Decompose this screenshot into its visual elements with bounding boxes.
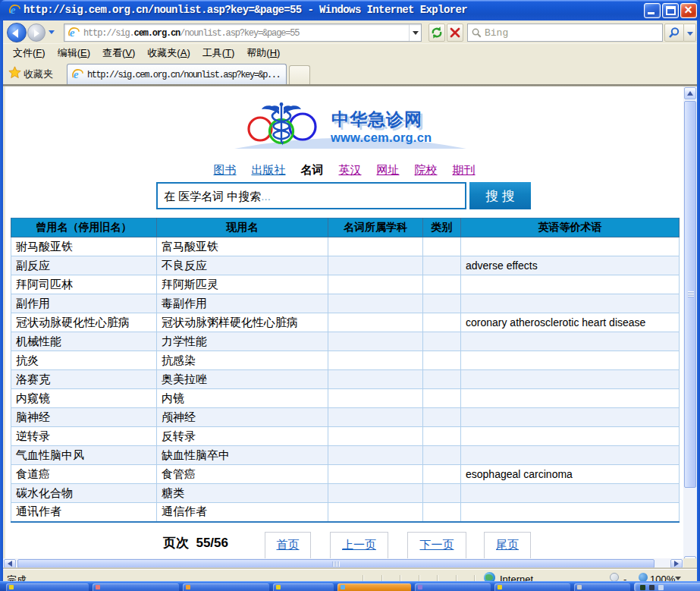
nav-期刊[interactable]: 期刊 <box>453 163 476 176</box>
table-row: 副反应不良反应adverse effects <box>11 256 680 275</box>
favorites-button[interactable]: 收藏夹 <box>24 68 53 81</box>
table-cell: 力学性能 <box>157 332 328 351</box>
table-cell <box>423 370 461 389</box>
search-icon <box>471 27 482 39</box>
table-cell <box>423 446 461 465</box>
menu-查看V[interactable]: 查看(V) <box>102 46 135 60</box>
nav-出版社[interactable]: 出版社 <box>252 163 286 176</box>
windows-taskbar[interactable] <box>0 581 700 591</box>
search-placeholder: Bing <box>485 27 508 39</box>
system-tray <box>634 583 700 591</box>
horizontal-scroll-thumb[interactable] <box>17 559 654 568</box>
table-cell: 颅神经 <box>157 408 328 427</box>
stop-button[interactable] <box>447 24 463 42</box>
nav-名词[interactable]: 名词 <box>301 163 324 176</box>
menu-收藏夹A[interactable]: 收藏夹(A) <box>147 46 190 60</box>
pager-link-下一页[interactable]: 下一页 <box>420 538 454 552</box>
tray-icon <box>640 585 645 590</box>
address-bar[interactable]: e http://sig.cem.org.cn/nounlist.asp?key… <box>64 24 422 42</box>
taskbar-button[interactable] <box>183 583 269 591</box>
table-cell <box>328 427 423 446</box>
nav-网址[interactable]: 网址 <box>377 163 400 176</box>
table-row: 内窥镜内镜 <box>11 389 680 408</box>
taskbar-button[interactable] <box>6 583 89 591</box>
maximize-button[interactable] <box>662 3 679 18</box>
pager-box: 首页 <box>265 532 311 558</box>
pager-link-尾页[interactable]: 尾页 <box>496 538 519 552</box>
close-button[interactable]: × <box>680 3 697 18</box>
scroll-up-button[interactable] <box>684 87 696 99</box>
vertical-scroll-thumb[interactable] <box>684 101 696 488</box>
taskbar-app-icon <box>96 585 100 589</box>
table-cell: 冠状动脉硬化性心脏病 <box>11 313 157 332</box>
taskbar-button[interactable] <box>494 583 570 591</box>
menu-编辑E[interactable]: 编辑(E) <box>58 46 90 60</box>
search-box[interactable]: Bing <box>467 24 663 42</box>
table-cell <box>423 351 461 370</box>
table-row: 副作用毒副作用 <box>11 294 680 313</box>
status-bar: 完成 Internet - 100% <box>3 569 697 581</box>
search-go-button[interactable] <box>664 24 684 42</box>
vertical-scrollbar[interactable] <box>683 86 697 569</box>
new-tab-stub[interactable] <box>289 65 310 84</box>
search-go-icon <box>668 27 680 39</box>
zoom-level[interactable]: 100% <box>650 574 675 581</box>
back-button[interactable] <box>7 23 27 42</box>
table-cell: 气血性脑中风 <box>11 446 157 465</box>
col-header: 英语等价术语 <box>461 218 680 237</box>
taskbar-app-icon <box>577 585 582 589</box>
active-tab[interactable]: e http://sig.cem.org.cn/nounlist.asp?key… <box>67 64 287 84</box>
table-cell: 驸马酸亚铁 <box>11 237 157 256</box>
nav-院校[interactable]: 院校 <box>415 163 438 176</box>
table-cell: 糖类 <box>157 484 328 503</box>
table-cell: 反转录 <box>157 427 328 446</box>
forward-button[interactable] <box>27 24 46 42</box>
table-cell <box>328 237 423 256</box>
statusbar-divider <box>363 575 364 581</box>
window-title: http://sig.cem.org.cn/nounlist.asp?key=&… <box>24 4 467 16</box>
table-cell: 洛赛克 <box>11 370 157 389</box>
recent-pages-dropdown[interactable] <box>49 30 55 37</box>
nav-图书[interactable]: 图书 <box>214 163 237 176</box>
scroll-left-button[interactable] <box>4 559 16 568</box>
tab-favicon: e <box>71 68 84 81</box>
taskbar-button[interactable] <box>415 583 491 591</box>
scroll-right-button[interactable] <box>670 559 683 568</box>
taskbar-button-active[interactable] <box>337 583 411 591</box>
taskbar-button[interactable] <box>574 583 630 591</box>
pagination: 页次 55/56 首页上一页下一页尾页 <box>5 532 683 558</box>
taskbar-button[interactable] <box>273 583 334 591</box>
back-arrow-icon <box>12 29 18 38</box>
statusbar-divider <box>419 575 420 581</box>
table-cell <box>461 237 680 256</box>
site-search-input[interactable]: 在 医学名词 中搜索... <box>156 182 466 209</box>
table-cell: coronary atherosclerotic heart disease <box>461 313 680 332</box>
pager-link-首页[interactable]: 首页 <box>277 538 300 552</box>
search-options-dropdown[interactable] <box>684 24 696 42</box>
table-cell <box>423 256 461 275</box>
table-cell: 脑神经 <box>11 408 157 427</box>
menu-文件F[interactable]: 文件(F) <box>13 46 46 60</box>
menu-帮助H[interactable]: 帮助(H) <box>246 46 280 60</box>
menu-工具T[interactable]: 工具(T) <box>202 46 235 60</box>
pager-box: 上一页 <box>330 532 388 558</box>
nav-英汉[interactable]: 英汉 <box>339 163 362 176</box>
pager-link-上一页[interactable]: 上一页 <box>342 538 376 552</box>
taskbar-button[interactable] <box>93 583 179 591</box>
address-dropdown[interactable] <box>409 24 421 41</box>
minimize-button[interactable] <box>644 3 661 18</box>
table-cell <box>423 465 461 484</box>
favorites-star-icon[interactable] <box>8 66 21 79</box>
table-row: 驸马酸亚铁富马酸亚铁 <box>11 237 680 256</box>
svg-text:e: e <box>11 4 16 16</box>
dropdown-arrow-icon <box>413 31 419 38</box>
refresh-button[interactable] <box>428 24 445 42</box>
table-cell: 抗感染 <box>157 351 328 370</box>
horizontal-scrollbar[interactable] <box>3 558 683 569</box>
table-cell <box>328 465 423 484</box>
table-cell <box>328 389 423 408</box>
table-row: 逆转录反转录 <box>11 427 680 446</box>
site-search-button[interactable]: 搜 搜 <box>469 182 531 209</box>
page-favicon: e <box>67 27 80 39</box>
col-header: 名词所属学科 <box>328 218 423 237</box>
